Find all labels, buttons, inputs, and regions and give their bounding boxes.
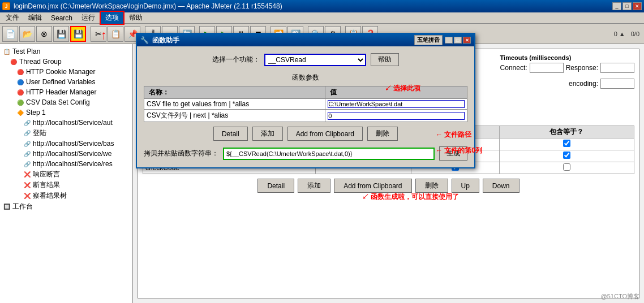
http3-icon: 🔗 <box>23 149 32 158</box>
tree-item-http3[interactable]: 🔗 http://localhost/Service/we <box>2 149 130 159</box>
dialog-param-row-2: CSV文件列号 | next | *alias <box>144 110 467 122</box>
http3-label: http://localhost/Service/we <box>33 150 111 158</box>
result-input[interactable] <box>223 148 435 160</box>
add-clipboard-button-dialog[interactable]: Add from Clipboard <box>287 127 363 141</box>
function-dialog: 🔧 函数助手 五笔拼音 _ □ ✕ 选择一个功能： __CSVRead 帮助 函… <box>136 33 475 168</box>
menu-search[interactable]: Search <box>46 13 77 23</box>
viewresult-label: 察看结果树 <box>33 191 67 201</box>
assertresult-label: 断言结果 <box>33 180 60 190</box>
tree-item-login[interactable]: 🔗 登陆 <box>2 128 130 138</box>
response-label: Response: <box>566 64 598 72</box>
menu-help[interactable]: 帮助 <box>124 12 147 24</box>
menu-edit[interactable]: 编辑 <box>24 12 46 24</box>
menu-options[interactable]: 选项 <box>100 11 124 25</box>
detail-button-dialog[interactable]: Detail <box>213 127 248 141</box>
maximize-button[interactable]: □ <box>622 2 632 10</box>
encoding-input[interactable] <box>600 79 634 89</box>
tree-item-assertresult[interactable]: ❌ 断言结果 <box>2 180 130 191</box>
testplan-icon: 📋 <box>2 47 11 56</box>
step1-icon: 🔶 <box>16 108 25 117</box>
tree-item-viewresult[interactable]: ❌ 察看结果树 <box>2 191 130 201</box>
cookiemgr-label: HTTP Cookie Manager <box>26 68 96 76</box>
testplan-label: Test Plan <box>12 47 40 55</box>
toolbar-arrow: ↓ <box>101 29 107 44</box>
func-select[interactable]: __CSVRead <box>264 54 366 66</box>
threadgroup-icon: 🔴 <box>9 57 18 66</box>
dialog-param-value-cell-1[interactable] <box>325 99 467 110</box>
delete-button-main[interactable]: 删除 <box>415 179 448 193</box>
workbench-icon: 🔲 <box>2 202 11 211</box>
dialog-min[interactable]: _ <box>445 37 453 44</box>
tree-item-headermgr[interactable]: 🔴 HTTP Header Manager <box>2 87 130 97</box>
tb-new[interactable]: 📄 <box>2 26 18 42</box>
down-button-main[interactable]: Down <box>483 179 520 193</box>
minimize-button[interactable]: _ <box>612 2 621 10</box>
delete-button-dialog[interactable]: 删除 <box>367 127 398 141</box>
tree-item-http4[interactable]: 🔗 http://localhost/Service/res <box>2 159 130 169</box>
headermgr-icon: 🔴 <box>16 88 25 97</box>
http2-label: http://localhost/Service/bas <box>33 140 114 148</box>
dialog-param-value-cell-2[interactable] <box>325 110 467 122</box>
annotation-col0: ← 文件的第0列 <box>436 146 482 155</box>
dialog-title: 函数助手 <box>152 36 179 45</box>
title-bar: J loginDemo.jmx (C:\JmeterWorkSpace\logi… <box>0 0 644 12</box>
result-label: 拷贝并粘贴函数字符串： <box>144 149 218 158</box>
response-input[interactable] <box>600 63 634 73</box>
title-controls: _ □ ✕ <box>612 2 642 10</box>
tb-open[interactable]: 📂 <box>19 26 35 42</box>
add-clipboard-button-main[interactable]: Add from Clipboard <box>334 179 411 193</box>
close-button[interactable]: ✕ <box>633 2 642 10</box>
tree-item-http2[interactable]: 🔗 http://localhost/Service/bas <box>2 138 130 149</box>
tb-copy[interactable]: 📋 <box>108 26 123 42</box>
http1-label: http://localhost/Service/aut <box>33 119 113 127</box>
viewresult-icon: ❌ <box>23 192 32 201</box>
tree-item-assert[interactable]: ❌ 响应断言 <box>2 169 130 180</box>
tree-item-step1[interactable]: 🔶 Step 1 <box>2 107 130 118</box>
ime-label: 五笔拼音 <box>414 35 443 45</box>
add-button-main[interactable]: 添加 <box>298 179 330 193</box>
app-icon: J <box>2 2 10 10</box>
connect-input[interactable] <box>530 63 564 73</box>
login-icon: 🔗 <box>23 129 32 138</box>
dialog-body: 选择一个功能： __CSVRead 帮助 函数参数 名称： 值 CSV file… <box>137 46 474 167</box>
watermark: @51CTO博客 <box>601 292 639 301</box>
func-help-button[interactable]: 帮助 <box>371 53 399 66</box>
assert-icon: ❌ <box>23 170 32 179</box>
tree-item-uservars[interactable]: 🔵 User Defined Variables <box>2 77 130 87</box>
tb-close[interactable]: ⊗ <box>36 26 52 42</box>
http4-label: http://localhost/Service/res <box>33 160 113 168</box>
dialog-param-row-1: CSV file to get values from | *alias <box>144 99 467 110</box>
tree-item-threadgroup[interactable]: 🔴 Thread Group <box>2 57 130 67</box>
tree-item-http1[interactable]: 🔗 http://localhost/Service/aut <box>2 118 130 128</box>
tree-item-workbench[interactable]: 🔲 工作台 <box>2 201 130 212</box>
tree-item-csvconfig[interactable]: 🟢 CSV Data Set Config <box>2 97 130 107</box>
param-include-1 <box>499 138 634 150</box>
warning-counter: 0 ▲ <box>612 31 628 37</box>
dialog-max[interactable]: □ <box>454 37 462 44</box>
tb-saveas[interactable]: 💾 <box>70 26 86 42</box>
tree-item-cookiemgr[interactable]: 🔴 HTTP Cookie Manager <box>2 67 130 77</box>
dialog-close[interactable]: ✕ <box>463 37 471 44</box>
annotation-filepath: ← 文件路径 <box>436 130 471 140</box>
menu-file[interactable]: 文件 <box>1 12 24 24</box>
threadgroup-label: Thread Group <box>19 58 62 66</box>
menu-run[interactable]: 运行 <box>77 12 100 24</box>
add-button-dialog[interactable]: 添加 <box>252 127 283 141</box>
uservars-label: User Defined Variables <box>26 78 96 86</box>
dialog-param-name-2: CSV文件列号 | next | *alias <box>144 110 325 122</box>
tree-item-testplan[interactable]: 📋 Test Plan <box>2 46 130 57</box>
params-section-title: 函数参数 <box>144 73 467 83</box>
uservars-icon: 🔵 <box>16 77 25 86</box>
col-include: 包含等于？ <box>499 126 634 138</box>
tb-save[interactable]: 💾 <box>53 26 69 42</box>
bottom-buttons: Detail 添加 Add from Clipboard 删除 Up Down <box>143 179 634 193</box>
dialog-param-value-2[interactable] <box>328 112 465 120</box>
detail-button-main[interactable]: Detail <box>257 179 294 193</box>
headermgr-label: HTTP Header Manager <box>26 88 97 96</box>
dialog-param-value-1[interactable] <box>328 100 465 108</box>
param-include-2 <box>499 150 634 162</box>
csvconfig-label: CSV Data Set Config <box>26 98 90 106</box>
assert-label: 响应断言 <box>33 170 60 179</box>
dialog-icon: 🔧 <box>140 36 149 44</box>
up-button-main[interactable]: Up <box>452 179 479 193</box>
